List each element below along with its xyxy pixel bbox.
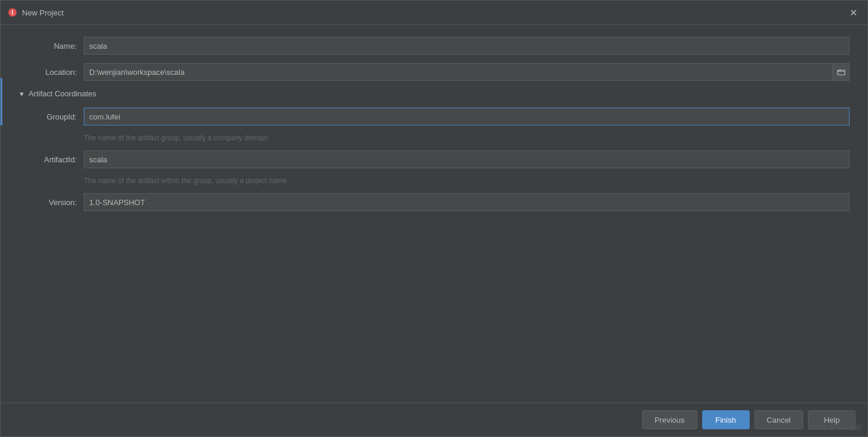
version-label: Version: <box>18 198 84 207</box>
location-row: Location: <box>18 63 850 81</box>
close-button[interactable]: ✕ <box>846 5 860 20</box>
title-bar: I New Project ✕ <box>1 1 867 25</box>
artifactid-row: ArtifactId: <box>18 150 850 168</box>
groupid-row: GroupId: <box>18 108 850 125</box>
footer: Previous Finish Cancel Help <box>1 403 867 436</box>
artifactid-input[interactable] <box>84 150 850 168</box>
dialog-overlay: I New Project ✕ Name: Location: <box>0 0 868 437</box>
app-icon: I <box>8 8 17 17</box>
version-row: Version: <box>18 193 850 211</box>
groupid-help: The name of the artifact group, usually … <box>84 134 850 142</box>
svg-text:I: I <box>12 10 14 16</box>
new-project-dialog: I New Project ✕ Name: Location: <box>0 0 868 437</box>
title-bar-left: I New Project <box>8 8 64 17</box>
section-content: GroupId: The name of the artifact group,… <box>18 108 850 211</box>
artifactid-help: The name of the artifact within the grou… <box>84 177 850 185</box>
version-input[interactable] <box>84 193 850 211</box>
name-input[interactable] <box>84 37 850 55</box>
dialog-content: Name: Location: <box>1 25 867 403</box>
groupid-label: GroupId: <box>18 112 84 121</box>
previous-button[interactable]: Previous <box>642 410 697 429</box>
dialog-title: New Project <box>22 8 64 17</box>
browse-button[interactable] <box>833 63 850 81</box>
finish-button[interactable]: Finish <box>702 410 750 429</box>
section-title: Artifact Coordinates <box>29 89 96 98</box>
artifact-coordinates-section: ▼ Artifact Coordinates <box>18 89 850 98</box>
location-input[interactable] <box>84 63 833 81</box>
groupid-input[interactable] <box>84 108 850 125</box>
name-row: Name: <box>18 37 850 55</box>
name-label: Name: <box>18 42 84 51</box>
location-input-wrapper <box>84 63 850 81</box>
artifactid-label: ArtifactId: <box>18 155 84 164</box>
location-label: Location: <box>18 68 84 77</box>
left-accent <box>1 78 2 125</box>
collapse-icon[interactable]: ▼ <box>18 90 25 98</box>
cancel-button[interactable]: Cancel <box>754 410 803 429</box>
watermark: CSDN @Java编程 <box>808 423 862 432</box>
